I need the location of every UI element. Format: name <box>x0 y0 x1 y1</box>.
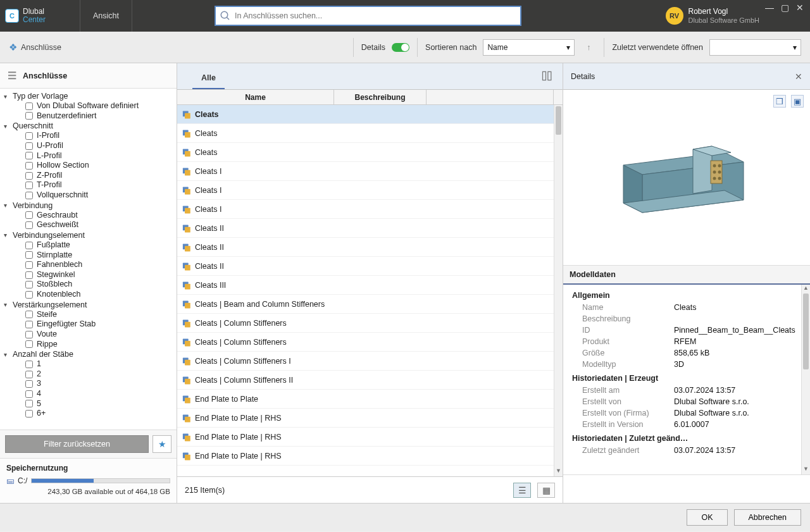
filter-checkbox[interactable] <box>25 340 33 348</box>
favorite-button[interactable]: ★ <box>153 435 171 453</box>
table-row[interactable]: End Plate to Plate | RHS <box>177 409 563 428</box>
filter-item[interactable]: 2 <box>0 369 177 380</box>
filter-item[interactable]: Eingefügter Stab <box>0 319 177 330</box>
filter-checkbox[interactable] <box>25 112 33 120</box>
filter-item[interactable]: Geschweißt <box>0 220 177 230</box>
table-row[interactable]: Cleats III <box>177 276 563 295</box>
view-list-button[interactable]: ☰ <box>513 483 531 498</box>
filter-checkbox[interactable] <box>25 311 33 318</box>
user-block[interactable]: RV Robert Vogl Dlubal Software GmbH <box>666 7 760 25</box>
scroll-thumb[interactable] <box>803 294 809 369</box>
filter-checkbox[interactable] <box>25 221 33 229</box>
filter-item[interactable]: Stoßblech <box>0 280 177 290</box>
table-row[interactable]: Cleats | Column Stiffeners <box>177 314 563 333</box>
table-row[interactable]: Cleats I <box>177 181 563 200</box>
close-icon[interactable]: ✕ <box>795 3 805 13</box>
filter-item[interactable]: Stegwinkel <box>0 270 177 280</box>
filter-checkbox[interactable] <box>25 162 33 170</box>
filter-checkbox[interactable] <box>25 410 33 418</box>
table-row[interactable]: Cleats <box>177 124 563 143</box>
filter-checkbox[interactable] <box>25 291 33 299</box>
table-row[interactable]: Cleats | Column Stiffeners <box>177 333 563 352</box>
filter-checkbox[interactable] <box>25 281 33 288</box>
filter-item[interactable]: 3 <box>0 379 177 389</box>
columns-icon[interactable] <box>541 70 554 85</box>
table-row[interactable]: Cleats II <box>177 219 563 238</box>
filter-item[interactable]: Steife <box>0 310 177 320</box>
filter-checkbox[interactable] <box>25 321 33 328</box>
view-grid-button[interactable]: ▦ <box>537 483 555 498</box>
filter-item[interactable]: 1 <box>0 359 177 369</box>
table-row[interactable]: End Plate to Plate <box>177 390 563 409</box>
col-name[interactable]: Name <box>177 90 334 104</box>
table-row[interactable]: Cleats II <box>177 257 563 276</box>
details-scrollbar[interactable]: ▲ ▼ <box>801 285 810 474</box>
filter-item[interactable]: Knotenblech <box>0 290 177 300</box>
table-row[interactable]: Cleats | Column Stiffeners II <box>177 371 563 390</box>
table-row[interactable]: Cleats II <box>177 238 563 257</box>
filter-item[interactable]: U-Profil <box>0 141 177 151</box>
col-desc[interactable]: Beschreibung <box>334 90 427 104</box>
filter-item[interactable]: 4 <box>0 389 177 399</box>
filter-item[interactable]: L-Profil <box>0 151 177 161</box>
tab-all[interactable]: Alle <box>192 67 225 89</box>
filter-checkbox[interactable] <box>25 242 33 249</box>
table-row[interactable]: End Plate to Plate | RHS <box>177 447 563 466</box>
filter-item[interactable]: 6+ <box>0 409 177 419</box>
filter-item[interactable]: Rippe <box>0 340 177 350</box>
filter-checkbox[interactable] <box>25 192 33 199</box>
cancel-button[interactable]: Abbrechen <box>734 509 801 526</box>
filter-item[interactable]: Fahnenblech <box>0 260 177 270</box>
filter-item[interactable]: I-Profil <box>0 131 177 141</box>
preview-3d-icon[interactable]: ❒ <box>773 95 786 108</box>
filter-group[interactable]: ▾Anzahl der Stäbe <box>0 349 177 359</box>
filter-item[interactable]: Von Dlubal Software definiert <box>0 101 177 111</box>
scroll-up-icon[interactable]: ▲ <box>802 285 810 294</box>
preview-image-icon[interactable]: ▣ <box>791 95 804 108</box>
filter-item[interactable]: 5 <box>0 399 177 409</box>
filter-group[interactable]: ▾Verbindungselement <box>0 230 177 240</box>
table-row[interactable]: Cleats <box>177 143 563 162</box>
details-toggle[interactable] <box>392 43 409 52</box>
filter-item[interactable]: Vollquerschnitt <box>0 190 177 201</box>
table-row[interactable]: Cleats I <box>177 200 563 219</box>
filter-item[interactable]: Voute <box>0 330 177 340</box>
scroll-down-icon[interactable]: ▼ <box>554 467 563 476</box>
scroll-thumb[interactable] <box>556 106 561 135</box>
filter-group[interactable]: ▾Querschnitt <box>0 121 177 131</box>
filter-item[interactable]: Fußplatte <box>0 240 177 251</box>
filter-checkbox[interactable] <box>25 132 33 140</box>
sort-direction-button[interactable]: ↑ <box>581 40 596 55</box>
filter-checkbox[interactable] <box>25 261 33 269</box>
list-scrollbar[interactable]: ▲ ▼ <box>554 105 563 476</box>
filter-checkbox[interactable] <box>25 390 33 398</box>
filter-checkbox[interactable] <box>25 380 33 388</box>
filter-checkbox[interactable] <box>25 331 33 338</box>
reset-filter-button[interactable]: Filter zurücksetzen <box>5 435 149 453</box>
filter-item[interactable]: Benutzerdefiniert <box>0 111 177 121</box>
filter-checkbox[interactable] <box>25 172 33 180</box>
scroll-down-icon[interactable]: ▼ <box>802 466 810 474</box>
filter-checkbox[interactable] <box>25 361 33 368</box>
table-row[interactable]: End Plate to Plate | RHS <box>177 428 563 447</box>
ok-button[interactable]: OK <box>687 509 727 526</box>
table-row[interactable]: Cleats | Column Stiffeners I <box>177 352 563 371</box>
recent-dropdown[interactable]: ▾ <box>709 39 801 56</box>
minimize-icon[interactable]: — <box>764 3 775 13</box>
search-input[interactable] <box>235 11 520 20</box>
menu-view[interactable]: Ansicht <box>80 0 132 32</box>
details-close-button[interactable]: ✕ <box>795 71 802 82</box>
filter-item[interactable]: Stirnplatte <box>0 251 177 261</box>
filter-item[interactable]: Geschraubt <box>0 211 177 221</box>
filter-checkbox[interactable] <box>25 142 33 150</box>
maximize-icon[interactable]: ▢ <box>780 3 790 13</box>
filter-checkbox[interactable] <box>25 211 33 219</box>
global-search[interactable] <box>215 6 521 26</box>
table-row[interactable]: Cleats I <box>177 162 563 181</box>
filter-checkbox[interactable] <box>25 152 33 159</box>
table-row[interactable]: Cleats | Beam and Column Stiffeners <box>177 295 563 314</box>
filter-item[interactable]: T-Profil <box>0 180 177 190</box>
filter-group[interactable]: ▾Verstärkungselement <box>0 300 177 310</box>
filter-checkbox[interactable] <box>25 102 33 110</box>
table-row[interactable]: Cleats <box>177 105 563 124</box>
